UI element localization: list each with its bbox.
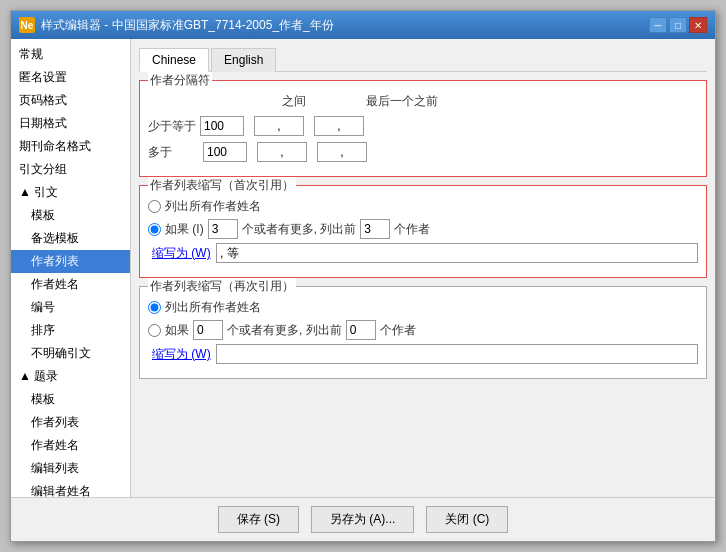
first-cite-abbrev-row: 缩写为 (W): [152, 243, 698, 263]
first-cite-radio1-row: 列出所有作者姓名: [148, 198, 698, 215]
sidebar-item-anon[interactable]: 匿名设置: [11, 66, 130, 89]
first-cite-count1[interactable]: [208, 219, 238, 239]
author-separator-title: 作者分隔符: [148, 72, 212, 89]
second-cite-radio1[interactable]: [148, 301, 161, 314]
first-cite-inner: 列出所有作者姓名 如果 (I) 个或者有更多, 列出前 个作者 缩写为 (W): [148, 194, 698, 263]
sidebar-item-sort[interactable]: 排序: [11, 319, 130, 342]
title-bar-left: Ne 样式编辑器 - 中国国家标准GBT_7714-2005_作者_年份: [19, 17, 334, 34]
sidebar-item-h-editor-list[interactable]: 编辑列表: [11, 457, 130, 480]
separator-header-between: 之间: [282, 93, 362, 110]
separator-row1: 少于等于: [148, 116, 698, 136]
bottom-bar: 保存 (S) 另存为 (A)... 关闭 (C): [11, 497, 715, 541]
sidebar-item-page-format[interactable]: 页码格式: [11, 89, 130, 112]
second-cite-abbrev-input[interactable]: [216, 344, 698, 364]
second-cite-radio1-row: 列出所有作者姓名: [148, 299, 698, 316]
sidebar-item-alt-template[interactable]: 备选模板: [11, 227, 130, 250]
separator-header-last: 最后一个之前: [366, 93, 438, 110]
separator-header-row: 之间 最后一个之前: [148, 93, 698, 110]
tabs: Chinese English: [139, 47, 707, 72]
second-cite-radio2-middle: 个或者有更多, 列出前: [227, 322, 342, 339]
second-cite-count1[interactable]: [193, 320, 223, 340]
title-buttons: ─ □ ✕: [649, 17, 707, 33]
first-cite-radio2-middle: 个或者有更多, 列出前: [242, 221, 357, 238]
first-cite-radio1-label: 列出所有作者姓名: [165, 198, 261, 215]
separator-row1-label: 少于等于: [148, 118, 196, 135]
first-cite-radio2-suffix: 个作者: [394, 221, 430, 238]
sidebar-item-h-author-name[interactable]: 作者姓名: [11, 434, 130, 457]
save-button[interactable]: 保存 (S): [218, 506, 299, 533]
separator-row2-count[interactable]: [203, 142, 247, 162]
right-panel: Chinese English 作者分隔符 之间 最后一个之前 少于等于: [131, 39, 715, 497]
first-cite-abbrev-input[interactable]: [216, 243, 698, 263]
sidebar: 常规 匿名设置 页码格式 日期格式 期刊命名格式 引文分组 ▲ 引文 模板 备选…: [11, 39, 131, 497]
tab-english[interactable]: English: [211, 48, 276, 72]
window-title: 样式编辑器 - 中国国家标准GBT_7714-2005_作者_年份: [41, 17, 334, 34]
sidebar-item-author-name[interactable]: 作者姓名: [11, 273, 130, 296]
close-button[interactable]: ✕: [689, 17, 707, 33]
first-cite-radio2-prefix: 如果 (I): [165, 221, 204, 238]
main-content: 常规 匿名设置 页码格式 日期格式 期刊命名格式 引文分组 ▲ 引文 模板 备选…: [11, 39, 715, 497]
app-icon: Ne: [19, 17, 35, 33]
separator-row1-last[interactable]: [314, 116, 364, 136]
minimize-button[interactable]: ─: [649, 17, 667, 33]
sidebar-item-author-list[interactable]: 作者列表: [11, 250, 130, 273]
separator-row1-between[interactable]: [254, 116, 304, 136]
sidebar-item-editor[interactable]: 编号: [11, 296, 130, 319]
sidebar-item-cite-group[interactable]: 引文分组: [11, 158, 130, 181]
sidebar-item-heading[interactable]: ▲ 题录: [11, 365, 130, 388]
save-as-button[interactable]: 另存为 (A)...: [311, 506, 414, 533]
first-cite-radio2[interactable]: [148, 223, 161, 236]
first-cite-count2[interactable]: [360, 219, 390, 239]
tab-chinese[interactable]: Chinese: [139, 48, 209, 72]
sidebar-item-h-author-list[interactable]: 作者列表: [11, 411, 130, 434]
sidebar-item-h-editor-name[interactable]: 编辑者姓名: [11, 480, 130, 497]
sidebar-item-h-template[interactable]: 模板: [11, 388, 130, 411]
second-cite-radio2-suffix: 个作者: [380, 322, 416, 339]
separator-row2: 多于: [148, 142, 698, 162]
second-cite-abbrev-row: 缩写为 (W): [152, 344, 698, 364]
separator-row1-count[interactable]: [200, 116, 244, 136]
first-cite-title: 作者列表缩写（首次引用）: [148, 177, 296, 194]
sidebar-item-no-cite[interactable]: 不明确引文: [11, 342, 130, 365]
first-cite-abbrev-label[interactable]: 缩写为 (W): [152, 245, 212, 262]
separator-row2-between[interactable]: [257, 142, 307, 162]
maximize-button[interactable]: □: [669, 17, 687, 33]
title-bar: Ne 样式编辑器 - 中国国家标准GBT_7714-2005_作者_年份 ─ □…: [11, 11, 715, 39]
second-cite-abbrev-label[interactable]: 缩写为 (W): [152, 346, 212, 363]
main-window: Ne 样式编辑器 - 中国国家标准GBT_7714-2005_作者_年份 ─ □…: [10, 10, 716, 542]
sidebar-item-template[interactable]: 模板: [11, 204, 130, 227]
sidebar-item-general[interactable]: 常规: [11, 43, 130, 66]
first-cite-section: 作者列表缩写（首次引用） 列出所有作者姓名 如果 (I) 个或者有更多, 列出前…: [139, 185, 707, 278]
second-cite-title: 作者列表缩写（再次引用）: [148, 278, 296, 295]
author-separator-section: 作者分隔符 之间 最后一个之前 少于等于: [139, 80, 707, 177]
second-cite-radio2-row: 如果 个或者有更多, 列出前 个作者: [148, 320, 698, 340]
author-separator-inner: 之间 最后一个之前 少于等于 多于: [148, 89, 698, 162]
second-cite-inner: 列出所有作者姓名 如果 个或者有更多, 列出前 个作者 缩写为 (W): [148, 295, 698, 364]
first-cite-radio2-row: 如果 (I) 个或者有更多, 列出前 个作者: [148, 219, 698, 239]
sidebar-item-journal-format[interactable]: 期刊命名格式: [11, 135, 130, 158]
first-cite-radio1[interactable]: [148, 200, 161, 213]
close-button-footer[interactable]: 关闭 (C): [426, 506, 508, 533]
second-cite-radio1-label: 列出所有作者姓名: [165, 299, 261, 316]
second-cite-section: 作者列表缩写（再次引用） 列出所有作者姓名 如果 个或者有更多, 列出前 个作者: [139, 286, 707, 379]
sidebar-item-date-format[interactable]: 日期格式: [11, 112, 130, 135]
second-cite-count2[interactable]: [346, 320, 376, 340]
separator-row2-last[interactable]: [317, 142, 367, 162]
second-cite-radio2[interactable]: [148, 324, 161, 337]
sidebar-item-citation[interactable]: ▲ 引文: [11, 181, 130, 204]
separator-row2-label: 多于: [148, 144, 172, 161]
second-cite-radio2-prefix: 如果: [165, 322, 189, 339]
